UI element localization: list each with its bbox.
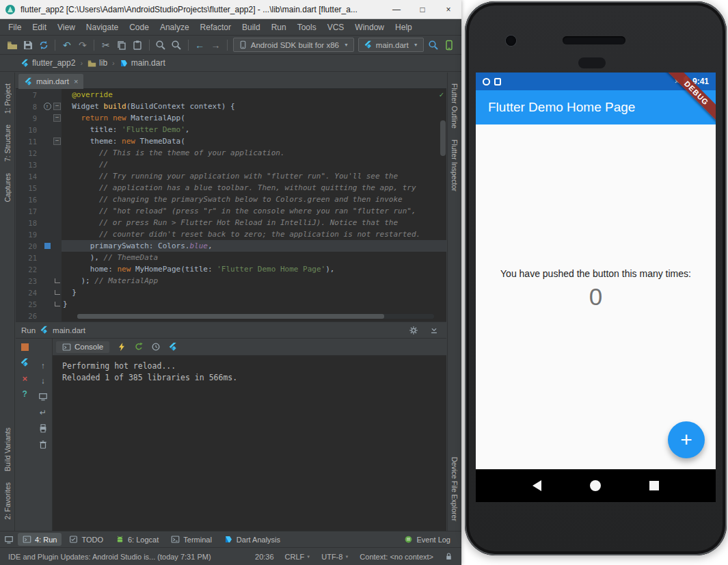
paste-icon[interactable]: [132, 38, 144, 52]
line-number[interactable]: 15: [16, 182, 42, 194]
breadcrumb-lib[interactable]: lib: [87, 58, 107, 68]
print-icon[interactable]: [38, 423, 48, 433]
tool-window-button-build-variants[interactable]: Build Variants: [3, 428, 12, 471]
fold-marker[interactable]: [53, 287, 62, 298]
line-number[interactable]: 25: [16, 298, 42, 310]
tool-window-button-flutter-inspector[interactable]: Flutter Inspector: [450, 140, 459, 192]
fold-marker[interactable]: [53, 135, 62, 147]
fold-marker[interactable]: [53, 194, 62, 205]
line-number[interactable]: 16: [16, 194, 42, 205]
fold-marker[interactable]: [53, 252, 62, 263]
menu-navigate[interactable]: Navigate: [81, 21, 124, 34]
menu-edit[interactable]: Edit: [27, 21, 52, 34]
fold-marker[interactable]: [53, 240, 62, 252]
tool-window-switcher-icon[interactable]: [4, 535, 14, 544]
copy-icon[interactable]: [116, 38, 127, 52]
cut-icon[interactable]: ✂: [100, 38, 111, 52]
line-number[interactable]: 14: [16, 170, 42, 182]
gutter-mark[interactable]: [42, 159, 53, 170]
gutter-mark[interactable]: [42, 252, 53, 263]
inspection-ok-icon[interactable]: ✓: [439, 90, 444, 99]
nav-home-button[interactable]: [590, 480, 601, 491]
line-number[interactable]: 23: [16, 275, 42, 287]
next-occurrence-icon[interactable]: ↓: [41, 377, 45, 385]
menu-vcs[interactable]: VCS: [322, 21, 350, 34]
menu-help[interactable]: Help: [390, 21, 418, 34]
tool-window-button-7-structure[interactable]: 7: Structure: [3, 124, 12, 161]
menu-run[interactable]: Run: [266, 21, 292, 34]
close-button[interactable]: ×: [435, 0, 461, 18]
gutter-mark[interactable]: [42, 228, 53, 240]
tool-window-tab-dart-analysis[interactable]: Dart Analysis: [219, 533, 285, 546]
color-preview-icon[interactable]: [42, 240, 53, 252]
gutter-mark[interactable]: [42, 170, 53, 182]
code-line-10[interactable]: 10 title: 'Flutter Demo',: [16, 124, 446, 135]
menu-build[interactable]: Build: [237, 21, 266, 34]
code-line-12[interactable]: 12 // This is the theme of your applicat…: [16, 147, 446, 159]
hot-restart-icon[interactable]: [134, 342, 144, 352]
clear-all-icon[interactable]: [38, 440, 48, 449]
gutter-mark[interactable]: [42, 112, 53, 124]
fold-marker[interactable]: [53, 112, 62, 124]
line-number[interactable]: 18: [16, 217, 42, 228]
menu-window[interactable]: Window: [349, 21, 390, 34]
horizontal-scrollbar[interactable]: [77, 314, 434, 319]
tool-window-tab-terminal[interactable]: Terminal: [166, 533, 217, 546]
line-number[interactable]: 17: [16, 205, 42, 217]
device-selector[interactable]: Android SDK built for x86 ▼: [233, 38, 354, 52]
code-line-14[interactable]: 14 // Try running your application with …: [16, 170, 446, 182]
line-ending-selector[interactable]: CRLF ▼: [285, 553, 311, 561]
tool-window-tab-6-logcat[interactable]: 6: Logcat: [111, 533, 163, 546]
replace-icon[interactable]: [171, 38, 183, 52]
back-icon[interactable]: ←: [194, 38, 206, 52]
tab-console[interactable]: Console: [56, 341, 109, 353]
redo-icon[interactable]: ↷: [77, 38, 88, 52]
tool-window-button-device-file-explorer[interactable]: Device File Explorer: [450, 457, 459, 521]
tool-window-tab-4-run[interactable]: 4: Run: [18, 533, 62, 546]
find-icon[interactable]: [155, 38, 167, 52]
gutter-mark[interactable]: [42, 275, 53, 287]
status-message[interactable]: IDE and Plugin Updates: Android Studio i…: [8, 553, 244, 561]
flutter-debug-icon[interactable]: [168, 342, 178, 352]
line-number[interactable]: 13: [16, 159, 42, 170]
flutter-session-icon[interactable]: [20, 358, 29, 367]
horizontal-scrollbar-thumb[interactable]: [77, 314, 384, 319]
gutter-mark[interactable]: [42, 124, 53, 135]
close-tab-icon[interactable]: ×: [74, 77, 78, 86]
fold-marker[interactable]: [53, 101, 62, 112]
line-number[interactable]: 21: [16, 252, 42, 263]
close-session-icon[interactable]: ×: [22, 374, 27, 383]
line-number[interactable]: 19: [16, 228, 42, 240]
fold-marker[interactable]: [53, 275, 62, 287]
tool-window-button-2-favorites[interactable]: 2: Favorites: [3, 482, 12, 520]
code-line-19[interactable]: 19 // counter didn't reset back to zero;…: [16, 228, 446, 240]
event-log-button[interactable]: Event Log: [404, 535, 457, 544]
readonly-lock-icon[interactable]: [444, 552, 453, 561]
code-line-22[interactable]: 22 home: new MyHomePage(title: 'Flutter …: [16, 263, 446, 275]
nav-back-button[interactable]: [532, 480, 541, 491]
maximize-button[interactable]: □: [409, 0, 435, 18]
settings-icon[interactable]: [407, 324, 420, 337]
gutter-mark[interactable]: [42, 135, 53, 147]
code-line-21[interactable]: 21 ), // ThemeData: [16, 252, 446, 263]
gutter-mark[interactable]: [42, 310, 53, 321]
encoding-selector[interactable]: UTF-8 ▼: [321, 553, 349, 561]
fab-increment-button[interactable]: +: [668, 421, 705, 458]
fold-marker[interactable]: [53, 182, 62, 194]
menu-code[interactable]: Code: [124, 21, 154, 34]
fold-marker[interactable]: [53, 228, 62, 240]
line-number[interactable]: 24: [16, 287, 42, 298]
code-line-23[interactable]: 23 ); // MaterialApp: [16, 275, 446, 287]
gutter-mark[interactable]: [42, 89, 53, 101]
tool-window-button-captures[interactable]: Captures: [3, 173, 12, 202]
code-line-15[interactable]: 15 // application has a blue toolbar. Th…: [16, 182, 446, 194]
undo-icon[interactable]: ↶: [61, 38, 72, 52]
stop-button[interactable]: [21, 343, 29, 351]
fold-marker[interactable]: [53, 124, 62, 135]
avd-manager-icon[interactable]: [444, 38, 455, 52]
gutter-mark[interactable]: [42, 182, 53, 194]
forward-icon[interactable]: →: [210, 38, 221, 52]
gutter-mark[interactable]: [42, 205, 53, 217]
gutter-mark[interactable]: [42, 263, 53, 275]
minimize-button[interactable]: —: [383, 0, 409, 18]
